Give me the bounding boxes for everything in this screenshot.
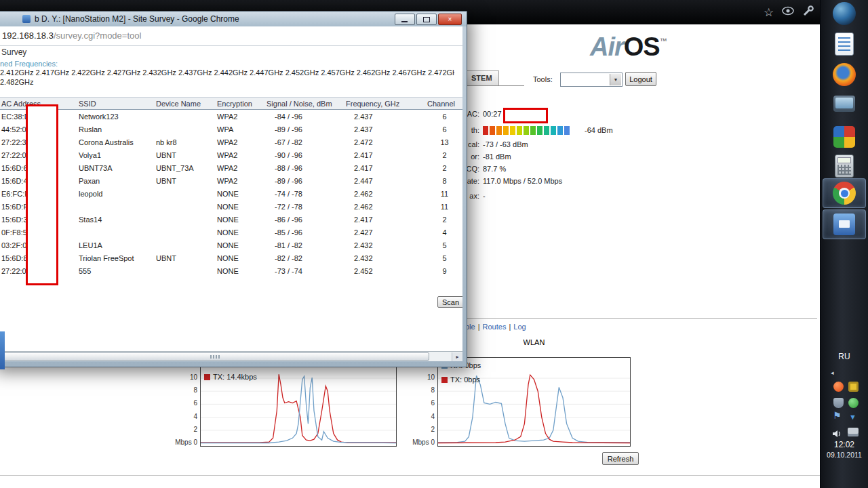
volume-icon[interactable]: [832, 428, 842, 441]
table-row[interactable]: 15:6D:60UBNT73AUBNT_73AWPA2-88 / -962.41…: [0, 161, 462, 174]
taskbar-monitor-icon[interactable]: [833, 96, 855, 112]
cell-channel: 2: [426, 161, 462, 174]
cell-device: UBNT: [155, 148, 216, 161]
cell-frequency: 2.417: [344, 161, 426, 174]
cell-ssid: Network123: [77, 110, 155, 123]
tab-system-partial[interactable]: STEM: [465, 70, 499, 86]
tray-icon-shield[interactable]: [833, 398, 844, 408]
wrench-menu-icon[interactable]: [802, 5, 814, 20]
cell-channel: 5: [426, 239, 462, 251]
extension-eye-icon[interactable]: [782, 6, 794, 18]
table-row[interactable]: EC:38:D8Network123WPA2-84 / -962.4376: [0, 110, 462, 123]
table-row[interactable]: 03:2F:01LEU1ANONE-81 / -822.4325: [0, 239, 462, 251]
table-row[interactable]: 27:22:30Corona Australisnb kr8WPA2-67 / …: [0, 136, 462, 148]
taskbar-blue-app-button[interactable]: [823, 209, 866, 239]
cell-ssid: Paxan: [77, 174, 155, 187]
cell-frequency: 2.462: [344, 187, 426, 200]
restore-button[interactable]: [416, 14, 437, 25]
tray-download-arrow-icon[interactable]: ▼: [849, 413, 856, 421]
cell-encryption: NONE: [216, 226, 265, 239]
minimize-button[interactable]: [395, 14, 415, 25]
url-host: 192.168.18.3: [2, 30, 54, 41]
scan-button[interactable]: Scan: [437, 296, 462, 308]
tools-dropdown[interactable]: ▼: [560, 73, 623, 87]
tray-icon-input-device[interactable]: [848, 428, 859, 436]
cell-signal: -73 / -74: [265, 264, 344, 277]
cell-frequency: 2.462: [344, 200, 426, 213]
y-tick: 4: [421, 413, 435, 420]
window-titlebar[interactable]: b D. Y.: [NanoStation M2] - Site Survey …: [0, 12, 467, 26]
tray-flag-icon[interactable]: ⚑: [833, 411, 842, 420]
scrollbar-right-arrow[interactable]: ▸: [452, 352, 462, 361]
y-tick: 4: [184, 413, 197, 420]
cell-channel: 11: [426, 200, 462, 213]
link-log[interactable]: Log: [513, 323, 526, 331]
cell-device: [155, 187, 216, 200]
table-row[interactable]: 27:22:06Volya1UBNTWPA2-90 / -962.4172: [0, 148, 462, 161]
site-survey-content: Survey ned Frequencies: 2.412GHz 2.417GH…: [0, 46, 462, 351]
window-border-fragment: [0, 331, 5, 369]
cell-channel: 11: [426, 187, 462, 200]
taskbar-chrome-button[interactable]: [823, 178, 866, 208]
cell-signal: -90 / -96: [265, 148, 344, 161]
y-tick: 6: [184, 399, 197, 407]
legend-label: TX: 0bps: [450, 375, 480, 384]
table-row[interactable]: 27:22:08555NONE-73 / -742.4529: [0, 264, 462, 277]
address-bar[interactable]: 192.168.18.3/survey.cgi?mode=tool: [0, 26, 462, 46]
tray-icon-green[interactable]: [848, 398, 859, 408]
close-icon: ×: [448, 16, 452, 23]
cell-signal: -89 / -96: [265, 174, 344, 187]
link-routes[interactable]: Routes: [483, 323, 507, 331]
tools-label: Tools:: [533, 75, 553, 83]
taskbar-globe-icon[interactable]: [833, 2, 856, 25]
y-tick: 2: [184, 426, 197, 433]
taskbar-document-icon[interactable]: [835, 33, 854, 56]
close-button[interactable]: ×: [438, 14, 462, 25]
cell-frequency: 2.417: [344, 148, 426, 161]
site-survey-window: b D. Y.: [NanoStation M2] - Site Survey …: [0, 11, 467, 367]
table-row[interactable]: 44:52:07RuslanWPA-89 / -962.4376: [0, 123, 462, 136]
cell-signal: -82 / -82: [265, 251, 344, 264]
table-row[interactable]: 15:6D:3EStas14NONE-86 / -962.4172: [0, 213, 462, 226]
scrollbar-thumb[interactable]: [1, 352, 429, 361]
refresh-button[interactable]: Refresh: [602, 452, 639, 465]
taskbar-media-icon[interactable]: [833, 126, 855, 148]
taskbar-firefox-icon[interactable]: [833, 63, 856, 86]
tray-icon-antivirus[interactable]: [833, 382, 844, 392]
cell-signal: -84 / -96: [265, 110, 344, 123]
table-row[interactable]: 15:6D:F8NONE-72 / -782.46211: [0, 200, 462, 213]
clock[interactable]: 12:02 09.10.2011: [821, 440, 868, 459]
y-axis-zero-label: Mbps 0: [165, 439, 197, 446]
cell-encryption: NONE: [216, 200, 265, 213]
status-value: 117.0 Mbps / 52.0 Mbps: [483, 177, 562, 185]
table-row[interactable]: 15:6D:40PaxanUBNTWPA2-89 / -962.4478: [0, 174, 462, 187]
bookmark-star-icon[interactable]: ☆: [764, 7, 774, 18]
monitor-screen: [835, 98, 853, 108]
cell-channel: 2: [426, 148, 462, 161]
cell-signal: -67 / -82: [265, 136, 344, 148]
table-row[interactable]: 15:6D:8ATriolan FreeSpotUBNTNONE-82 / -8…: [0, 251, 462, 264]
logout-button[interactable]: Logout: [625, 72, 656, 86]
cell-device: [155, 264, 216, 277]
cell-frequency: 2.447: [344, 174, 426, 187]
language-indicator[interactable]: RU: [821, 352, 868, 361]
table-row[interactable]: E6:FC:FEleopoldNONE-74 / -782.46211: [0, 187, 462, 200]
survey-table-body: EC:38:D8Network123WPA2-84 / -962.437644:…: [0, 110, 462, 278]
status-value: -73 / -63 dBm: [483, 140, 528, 148]
status-value: 00:27: [483, 110, 502, 118]
calculator-keys: [837, 165, 851, 175]
table-row[interactable]: 0F:F8:58NONE-85 / -962.4274: [0, 226, 462, 239]
table-header-row: AC Address SSID Device Name Encryption S…: [0, 98, 462, 110]
taskbar-calculator-icon[interactable]: [835, 155, 854, 178]
cell-channel: 2: [426, 213, 462, 226]
cell-ssid: Corona Australis: [77, 136, 155, 148]
clock-time: 12:02: [821, 440, 868, 449]
chevron-down-icon: ▼: [610, 74, 621, 85]
cell-encryption: NONE: [216, 264, 265, 277]
tray-icon-yellow[interactable]: [848, 382, 859, 392]
tray-expand-icon[interactable]: ◂: [831, 369, 834, 376]
cell-signal: -88 / -96: [265, 161, 344, 174]
minimize-icon: [401, 21, 408, 22]
cell-channel: 8: [426, 174, 462, 187]
horizontal-scrollbar[interactable]: ▸: [0, 351, 462, 361]
